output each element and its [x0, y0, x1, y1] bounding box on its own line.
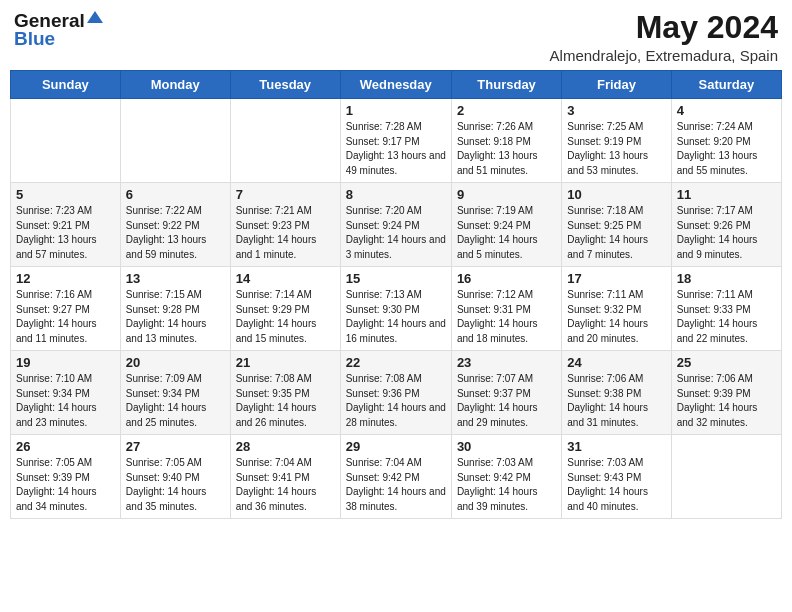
- calendar-cell: 9Sunrise: 7:19 AMSunset: 9:24 PMDaylight…: [451, 183, 561, 267]
- day-number: 6: [126, 187, 225, 202]
- calendar-cell: 28Sunrise: 7:04 AMSunset: 9:41 PMDayligh…: [230, 435, 340, 519]
- day-info: Sunrise: 7:20 AMSunset: 9:24 PMDaylight:…: [346, 204, 446, 262]
- day-info: Sunrise: 7:15 AMSunset: 9:28 PMDaylight:…: [126, 288, 225, 346]
- day-info: Sunrise: 7:08 AMSunset: 9:35 PMDaylight:…: [236, 372, 335, 430]
- day-number: 10: [567, 187, 665, 202]
- day-number: 14: [236, 271, 335, 286]
- day-number: 25: [677, 355, 776, 370]
- weekday-header-monday: Monday: [120, 71, 230, 99]
- day-info: Sunrise: 7:12 AMSunset: 9:31 PMDaylight:…: [457, 288, 556, 346]
- calendar-cell: [120, 99, 230, 183]
- calendar-cell: 13Sunrise: 7:15 AMSunset: 9:28 PMDayligh…: [120, 267, 230, 351]
- weekday-header-sunday: Sunday: [11, 71, 121, 99]
- calendar-cell: 1Sunrise: 7:28 AMSunset: 9:17 PMDaylight…: [340, 99, 451, 183]
- day-info: Sunrise: 7:18 AMSunset: 9:25 PMDaylight:…: [567, 204, 665, 262]
- calendar-cell: 5Sunrise: 7:23 AMSunset: 9:21 PMDaylight…: [11, 183, 121, 267]
- day-info: Sunrise: 7:07 AMSunset: 9:37 PMDaylight:…: [457, 372, 556, 430]
- calendar-cell: 19Sunrise: 7:10 AMSunset: 9:34 PMDayligh…: [11, 351, 121, 435]
- location-subtitle: Almendralejo, Extremadura, Spain: [550, 47, 778, 64]
- calendar-cell: 8Sunrise: 7:20 AMSunset: 9:24 PMDaylight…: [340, 183, 451, 267]
- day-info: Sunrise: 7:25 AMSunset: 9:19 PMDaylight:…: [567, 120, 665, 178]
- day-info: Sunrise: 7:08 AMSunset: 9:36 PMDaylight:…: [346, 372, 446, 430]
- weekday-header-tuesday: Tuesday: [230, 71, 340, 99]
- day-number: 31: [567, 439, 665, 454]
- day-info: Sunrise: 7:17 AMSunset: 9:26 PMDaylight:…: [677, 204, 776, 262]
- day-number: 8: [346, 187, 446, 202]
- day-number: 16: [457, 271, 556, 286]
- calendar-table: SundayMondayTuesdayWednesdayThursdayFrid…: [10, 70, 782, 519]
- calendar-cell: 2Sunrise: 7:26 AMSunset: 9:18 PMDaylight…: [451, 99, 561, 183]
- calendar-cell: [230, 99, 340, 183]
- svg-marker-0: [87, 11, 103, 23]
- day-info: Sunrise: 7:22 AMSunset: 9:22 PMDaylight:…: [126, 204, 225, 262]
- calendar-cell: 11Sunrise: 7:17 AMSunset: 9:26 PMDayligh…: [671, 183, 781, 267]
- day-number: 23: [457, 355, 556, 370]
- calendar-cell: 29Sunrise: 7:04 AMSunset: 9:42 PMDayligh…: [340, 435, 451, 519]
- day-info: Sunrise: 7:05 AMSunset: 9:39 PMDaylight:…: [16, 456, 115, 514]
- day-info: Sunrise: 7:04 AMSunset: 9:41 PMDaylight:…: [236, 456, 335, 514]
- day-number: 20: [126, 355, 225, 370]
- day-info: Sunrise: 7:26 AMSunset: 9:18 PMDaylight:…: [457, 120, 556, 178]
- day-number: 5: [16, 187, 115, 202]
- calendar-cell: 3Sunrise: 7:25 AMSunset: 9:19 PMDaylight…: [562, 99, 671, 183]
- page-header: General Blue May 2024 Almendralejo, Extr…: [10, 10, 782, 64]
- day-number: 19: [16, 355, 115, 370]
- day-number: 13: [126, 271, 225, 286]
- calendar-cell: 24Sunrise: 7:06 AMSunset: 9:38 PMDayligh…: [562, 351, 671, 435]
- calendar-cell: 22Sunrise: 7:08 AMSunset: 9:36 PMDayligh…: [340, 351, 451, 435]
- calendar-cell: 30Sunrise: 7:03 AMSunset: 9:42 PMDayligh…: [451, 435, 561, 519]
- day-info: Sunrise: 7:06 AMSunset: 9:38 PMDaylight:…: [567, 372, 665, 430]
- weekday-header-friday: Friday: [562, 71, 671, 99]
- day-number: 26: [16, 439, 115, 454]
- calendar-cell: 12Sunrise: 7:16 AMSunset: 9:27 PMDayligh…: [11, 267, 121, 351]
- day-number: 21: [236, 355, 335, 370]
- day-info: Sunrise: 7:03 AMSunset: 9:43 PMDaylight:…: [567, 456, 665, 514]
- calendar-cell: [11, 99, 121, 183]
- day-number: 28: [236, 439, 335, 454]
- day-number: 1: [346, 103, 446, 118]
- day-info: Sunrise: 7:28 AMSunset: 9:17 PMDaylight:…: [346, 120, 446, 178]
- day-number: 17: [567, 271, 665, 286]
- calendar-cell: 15Sunrise: 7:13 AMSunset: 9:30 PMDayligh…: [340, 267, 451, 351]
- day-number: 18: [677, 271, 776, 286]
- day-info: Sunrise: 7:13 AMSunset: 9:30 PMDaylight:…: [346, 288, 446, 346]
- day-number: 2: [457, 103, 556, 118]
- day-number: 15: [346, 271, 446, 286]
- day-number: 24: [567, 355, 665, 370]
- calendar-cell: 18Sunrise: 7:11 AMSunset: 9:33 PMDayligh…: [671, 267, 781, 351]
- calendar-cell: 14Sunrise: 7:14 AMSunset: 9:29 PMDayligh…: [230, 267, 340, 351]
- title-section: May 2024 Almendralejo, Extremadura, Spai…: [550, 10, 778, 64]
- day-info: Sunrise: 7:09 AMSunset: 9:34 PMDaylight:…: [126, 372, 225, 430]
- calendar-cell: [671, 435, 781, 519]
- day-info: Sunrise: 7:06 AMSunset: 9:39 PMDaylight:…: [677, 372, 776, 430]
- weekday-header-thursday: Thursday: [451, 71, 561, 99]
- day-number: 12: [16, 271, 115, 286]
- day-info: Sunrise: 7:05 AMSunset: 9:40 PMDaylight:…: [126, 456, 225, 514]
- calendar-cell: 10Sunrise: 7:18 AMSunset: 9:25 PMDayligh…: [562, 183, 671, 267]
- weekday-header-saturday: Saturday: [671, 71, 781, 99]
- calendar-cell: 17Sunrise: 7:11 AMSunset: 9:32 PMDayligh…: [562, 267, 671, 351]
- month-year-title: May 2024: [550, 10, 778, 45]
- day-number: 27: [126, 439, 225, 454]
- calendar-week-row: 1Sunrise: 7:28 AMSunset: 9:17 PMDaylight…: [11, 99, 782, 183]
- weekday-header-row: SundayMondayTuesdayWednesdayThursdayFrid…: [11, 71, 782, 99]
- calendar-cell: 6Sunrise: 7:22 AMSunset: 9:22 PMDaylight…: [120, 183, 230, 267]
- calendar-cell: 20Sunrise: 7:09 AMSunset: 9:34 PMDayligh…: [120, 351, 230, 435]
- weekday-header-wednesday: Wednesday: [340, 71, 451, 99]
- day-info: Sunrise: 7:03 AMSunset: 9:42 PMDaylight:…: [457, 456, 556, 514]
- calendar-cell: 7Sunrise: 7:21 AMSunset: 9:23 PMDaylight…: [230, 183, 340, 267]
- day-number: 11: [677, 187, 776, 202]
- calendar-week-row: 26Sunrise: 7:05 AMSunset: 9:39 PMDayligh…: [11, 435, 782, 519]
- logo-icon: [87, 11, 103, 27]
- calendar-cell: 25Sunrise: 7:06 AMSunset: 9:39 PMDayligh…: [671, 351, 781, 435]
- day-number: 22: [346, 355, 446, 370]
- calendar-week-row: 12Sunrise: 7:16 AMSunset: 9:27 PMDayligh…: [11, 267, 782, 351]
- day-number: 9: [457, 187, 556, 202]
- calendar-cell: 23Sunrise: 7:07 AMSunset: 9:37 PMDayligh…: [451, 351, 561, 435]
- day-info: Sunrise: 7:11 AMSunset: 9:32 PMDaylight:…: [567, 288, 665, 346]
- day-info: Sunrise: 7:04 AMSunset: 9:42 PMDaylight:…: [346, 456, 446, 514]
- calendar-cell: 27Sunrise: 7:05 AMSunset: 9:40 PMDayligh…: [120, 435, 230, 519]
- day-info: Sunrise: 7:24 AMSunset: 9:20 PMDaylight:…: [677, 120, 776, 178]
- calendar-cell: 26Sunrise: 7:05 AMSunset: 9:39 PMDayligh…: [11, 435, 121, 519]
- day-number: 29: [346, 439, 446, 454]
